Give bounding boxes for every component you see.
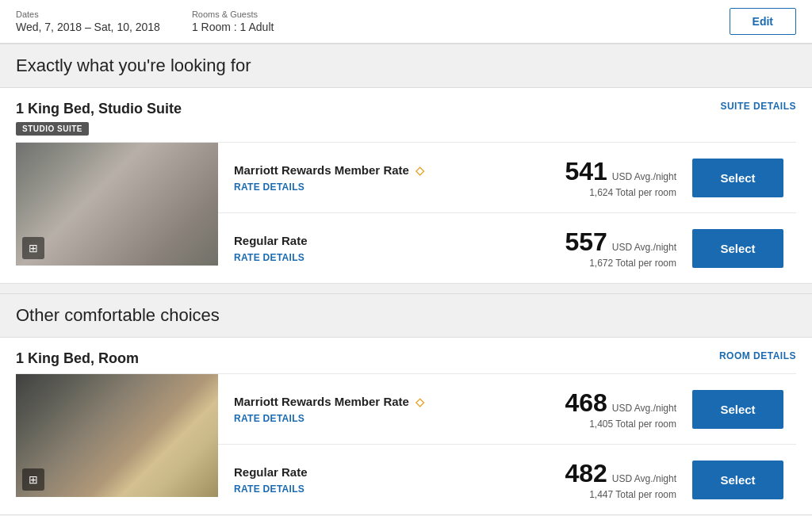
studio-member-rate-price: 541 USD Avg./night 1,624 Total per room [550, 157, 676, 198]
studio-suite-title-group: 1 King Bed, Studio Suite STUDIO SUITE [16, 101, 182, 136]
diamond-icon-2: ◇ [416, 396, 424, 408]
king-member-price-unit: USD Avg./night [612, 403, 676, 414]
header-bar: Dates Wed, 7, 2018 – Sat, 10, 2018 Rooms… [0, 0, 812, 44]
dates-value: Wed, 7, 2018 – Sat, 10, 2018 [16, 21, 160, 33]
studio-member-rate-details-link[interactable]: RATE DETAILS [234, 182, 304, 193]
king-room-header: 1 King Bed, Room ROOM DETAILS [16, 350, 796, 367]
studio-regular-price-total: 1,672 Total per room [589, 258, 676, 269]
king-member-price-total: 1,405 Total per room [589, 419, 676, 430]
king-regular-select-button[interactable]: Select [692, 461, 783, 499]
diamond-icon-1: ◇ [416, 164, 424, 177]
king-regular-price-number: 482 [565, 459, 607, 488]
king-member-price-number: 468 [565, 388, 607, 418]
king-regular-rate-info: Regular Rate RATE DETAILS [234, 465, 550, 495]
edit-button[interactable]: Edit [730, 8, 796, 35]
king-room-title-group: 1 King Bed, Room [16, 350, 139, 367]
dates-group: Dates Wed, 7, 2018 – Sat, 10, 2018 [16, 10, 160, 33]
studio-regular-rate-details-link[interactable]: RATE DETAILS [234, 252, 304, 263]
photo-icon-2: ⊞ [22, 468, 44, 491]
studio-member-price-unit: USD Avg./night [612, 171, 676, 182]
king-member-rate-row: Marriott Rewards Member Rate ◇ RATE DETA… [218, 374, 796, 445]
studio-regular-price-number: 557 [565, 227, 607, 257]
king-room-card: 1 King Bed, Room ROOM DETAILS ⊞ Marriott… [0, 338, 812, 515]
studio-regular-rate-name: Regular Rate [234, 234, 550, 247]
studio-regular-rate-price: 557 USD Avg./night 1,672 Total per room [550, 227, 676, 269]
studio-member-rate-name: Marriott Rewards Member Rate ◇ [234, 163, 550, 177]
dates-label: Dates [16, 10, 160, 19]
section-other-header: Other comfortable choices [0, 293, 812, 338]
studio-member-rate-row: Marriott Rewards Member Rate ◇ RATE DETA… [218, 143, 796, 213]
king-room-image: ⊞ [16, 374, 218, 497]
studio-member-rate-info: Marriott Rewards Member Rate ◇ RATE DETA… [234, 163, 550, 193]
studio-regular-select-button[interactable]: Select [692, 229, 783, 268]
rooms-label: Rooms & Guests [192, 10, 274, 19]
king-member-rate-details-link[interactable]: RATE DETAILS [234, 413, 304, 424]
king-regular-rate-details-link[interactable]: RATE DETAILS [234, 484, 304, 495]
rooms-group: Rooms & Guests 1 Room : 1 Adult [192, 10, 274, 33]
king-regular-rate-row: Regular Rate RATE DETAILS 482 USD Avg./n… [218, 445, 796, 514]
studio-suite-image-inner [16, 143, 218, 266]
studio-member-price-total: 1,624 Total per room [589, 187, 676, 198]
studio-regular-rate-info: Regular Rate RATE DETAILS [234, 234, 550, 263]
king-regular-rate-price: 482 USD Avg./night 1,447 Total per room [550, 459, 676, 500]
king-member-rate-price: 468 USD Avg./night 1,405 Total per room [550, 388, 676, 430]
studio-suite-badge: STUDIO SUITE [16, 122, 89, 136]
studio-suite-content: ⊞ Marriott Rewards Member Rate ◇ RATE DE… [16, 142, 796, 283]
section-exactly-header: Exactly what you're looking for [0, 44, 812, 88]
king-member-select-button[interactable]: Select [692, 390, 783, 429]
rooms-value: 1 Room : 1 Adult [192, 21, 274, 33]
studio-suite-image: ⊞ [16, 143, 218, 266]
studio-suite-rates: Marriott Rewards Member Rate ◇ RATE DETA… [218, 143, 796, 283]
studio-member-select-button[interactable]: Select [692, 159, 783, 197]
header-info: Dates Wed, 7, 2018 – Sat, 10, 2018 Rooms… [16, 10, 274, 33]
photo-icon: ⊞ [22, 237, 44, 259]
studio-regular-rate-row: Regular Rate RATE DETAILS 557 USD Avg./n… [218, 213, 796, 283]
studio-suite-card: 1 King Bed, Studio Suite STUDIO SUITE SU… [0, 88, 812, 284]
section-spacer [0, 284, 812, 293]
king-regular-rate-name: Regular Rate [234, 465, 550, 479]
room-details-link[interactable]: ROOM DETAILS [719, 350, 796, 361]
king-member-rate-info: Marriott Rewards Member Rate ◇ RATE DETA… [234, 395, 550, 424]
king-room-rates: Marriott Rewards Member Rate ◇ RATE DETA… [218, 374, 796, 514]
king-room-content: ⊞ Marriott Rewards Member Rate ◇ RATE DE… [16, 373, 796, 514]
king-member-rate-name: Marriott Rewards Member Rate ◇ [234, 395, 550, 408]
king-regular-price-total: 1,447 Total per room [589, 489, 676, 500]
suite-details-link[interactable]: SUITE DETAILS [720, 101, 796, 112]
king-room-image-inner [16, 374, 218, 497]
studio-suite-header: 1 King Bed, Studio Suite STUDIO SUITE SU… [16, 101, 796, 136]
king-regular-price-unit: USD Avg./night [612, 473, 676, 484]
king-room-title: 1 King Bed, Room [16, 350, 139, 367]
studio-member-price-number: 541 [565, 157, 607, 186]
studio-regular-price-unit: USD Avg./night [612, 242, 676, 253]
studio-suite-title: 1 King Bed, Studio Suite [16, 101, 182, 117]
